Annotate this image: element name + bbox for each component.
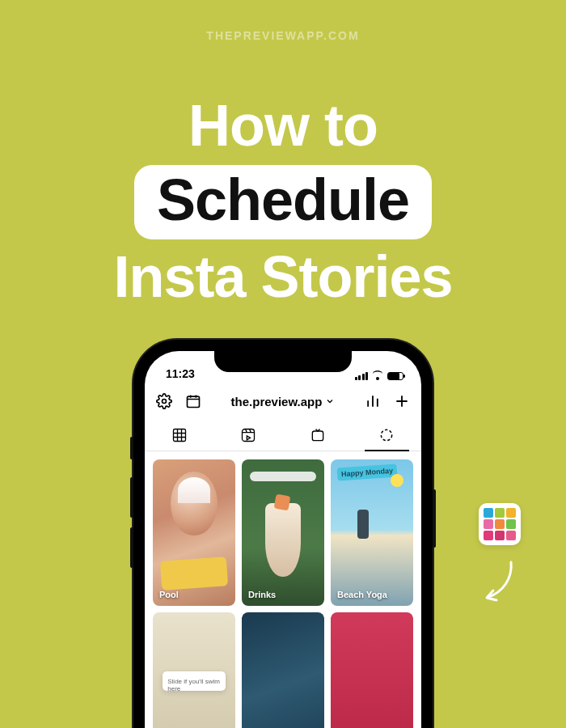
story-label: Drinks — [248, 590, 276, 599]
status-time: 11:23 — [166, 367, 195, 380]
svg-point-0 — [163, 400, 167, 404]
calendar-icon[interactable] — [185, 393, 201, 409]
phone-volume-down — [130, 527, 133, 568]
grid-icon — [171, 427, 188, 443]
watermark: THEPREVIEWAPP.COM — [0, 29, 566, 42]
app-top-bar: the.preview.app — [145, 383, 421, 419]
tab-grid[interactable] — [145, 419, 214, 451]
gear-icon[interactable] — [156, 393, 172, 409]
app-logo-badge — [479, 503, 521, 545]
hero-headline: How to Schedule Insta Stories — [0, 93, 566, 309]
story-card[interactable]: Pool — [153, 459, 235, 606]
plus-icon[interactable] — [394, 393, 410, 409]
story-label: Pool — [159, 590, 179, 599]
igtv-icon — [310, 427, 326, 443]
svg-rect-4 — [312, 431, 323, 441]
chevron-down-icon — [325, 396, 335, 406]
phone-power-button — [433, 489, 436, 548]
analytics-icon[interactable] — [365, 393, 381, 409]
hero-line-1: How to — [0, 93, 566, 159]
phone-screen: 11:23 the.preview.app — [145, 351, 421, 728]
phone-mute-switch — [130, 437, 133, 459]
svg-point-5 — [382, 430, 392, 440]
hero-highlight: Schedule — [134, 165, 432, 239]
tab-stories[interactable] — [353, 419, 422, 451]
account-name: the.preview.app — [231, 395, 323, 408]
story-card[interactable] — [242, 612, 324, 728]
hero-line-3: Insta Stories — [0, 244, 566, 310]
story-label: Beach Yoga — [337, 590, 387, 599]
story-card[interactable]: Drinks — [242, 459, 324, 606]
phone-notch — [214, 351, 352, 372]
slider-text: Slide if you'll swim here — [163, 671, 226, 699]
content-tabs — [145, 419, 421, 451]
story-grid: Pool Drinks Happy Monday Beach Yoga Slid… — [145, 451, 421, 728]
story-card[interactable] — [331, 612, 413, 728]
svg-rect-1 — [188, 396, 200, 407]
reels-icon — [240, 427, 256, 443]
battery-icon — [387, 372, 403, 380]
stories-circle-icon — [378, 427, 395, 443]
phone-volume-up — [130, 477, 133, 518]
account-switcher[interactable]: the.preview.app — [231, 395, 336, 408]
tab-reels[interactable] — [214, 419, 284, 451]
tab-igtv[interactable] — [283, 419, 353, 451]
phone-mockup: 11:23 the.preview.app — [133, 340, 433, 728]
arrow-icon — [479, 558, 519, 607]
story-sticker: Happy Monday — [337, 463, 398, 480]
story-card[interactable]: Slide if you'll swim here — [153, 612, 235, 728]
story-card[interactable]: Happy Monday Beach Yoga — [331, 459, 413, 606]
signal-icon — [355, 372, 369, 380]
svg-rect-2 — [173, 429, 185, 441]
wifi-icon — [372, 372, 383, 380]
